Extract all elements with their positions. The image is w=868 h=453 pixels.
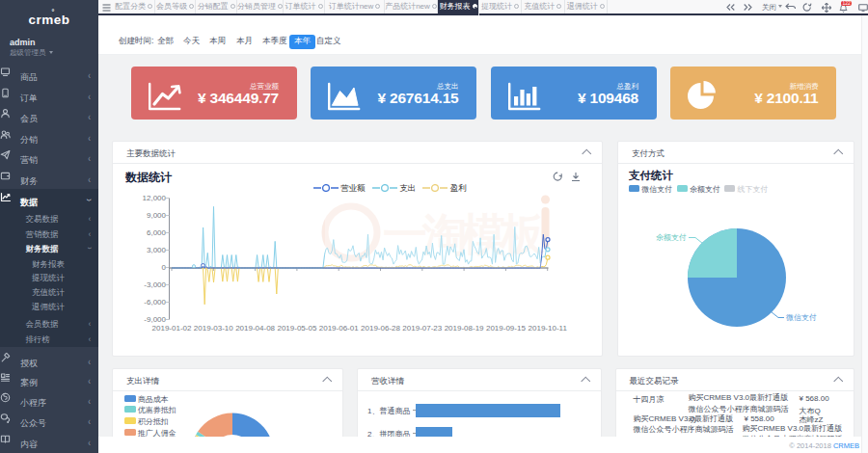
svg-text:2019-05-05: 2019-05-05 — [277, 324, 316, 333]
svg-text:9,000: 9,000 — [147, 211, 167, 220]
svg-text:2019-08-19: 2019-08-19 — [445, 324, 484, 333]
svg-text:2019-06-01: 2019-06-01 — [319, 324, 359, 333]
svg-text:2019-06-28: 2019-06-28 — [361, 324, 400, 333]
svg-text:2019-09-15: 2019-09-15 — [486, 324, 526, 333]
svg-text:2019-07-23: 2019-07-23 — [402, 324, 442, 333]
svg-text:2019-01-02: 2019-01-02 — [152, 324, 192, 333]
svg-text:3,000: 3,000 — [147, 246, 167, 254]
svg-text:-6,000: -6,000 — [144, 298, 166, 306]
svg-text:余额支付: 余额支付 — [656, 233, 687, 242]
svg-text:2019-04-08: 2019-04-08 — [235, 324, 275, 333]
svg-text:-9,000: -9,000 — [144, 315, 166, 324]
svg-text:6,000: 6,000 — [147, 228, 167, 237]
svg-text:2019-10-11: 2019-10-11 — [529, 324, 568, 333]
svg-text:微信支付: 微信支付 — [786, 313, 817, 322]
svg-text:2019-03-10: 2019-03-10 — [194, 324, 233, 333]
svg-text:-3,000: -3,000 — [144, 280, 166, 289]
svg-text:12,000: 12,000 — [143, 194, 167, 202]
